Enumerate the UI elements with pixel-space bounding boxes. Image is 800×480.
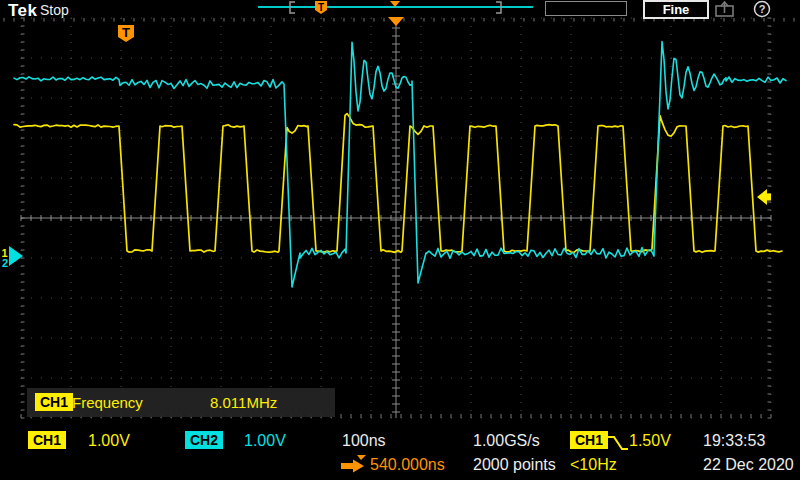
export-icon[interactable] [712,1,738,17]
sample-rate-readout: 1.00GS/s [473,432,540,450]
delay-readout: 540.000ns [370,456,445,474]
ch1-trace [14,114,782,253]
trigger-frequency-readout: <10Hz [570,456,617,474]
tek-logo: Tek [8,1,38,21]
ch2-badge[interactable]: CH2 [185,431,223,449]
timebase-readout: 100ns [342,432,386,450]
svg-text:T: T [122,25,130,40]
ch1-scale: 1.00V [88,432,130,450]
svg-text:T: T [318,2,324,13]
acquisition-status: Stop [40,2,69,18]
ch1-badge[interactable]: CH1 [28,431,66,449]
trigger-level-marker[interactable] [757,189,771,205]
oscilloscope-screen: TT12 Tek Stop Fine ? CH1 Frequency 8.011… [0,0,800,480]
ch2-ground-marker[interactable] [9,246,23,266]
trigger-level-readout: 1.50V [629,432,671,450]
svg-text:?: ? [759,3,766,15]
date-readout: 22 Dec 2020 [703,456,794,474]
clock-time: 19:33:53 [703,432,765,450]
svg-text:2: 2 [2,257,8,269]
ch2-scale: 1.00V [244,432,286,450]
measurement-source-badge: CH1 [35,393,73,411]
measurement-bar: CH1 Frequency 8.011MHz [27,388,335,417]
trigger-source-badge[interactable]: CH1 [570,431,608,449]
delay-arrow-icon [341,455,367,473]
falling-edge-icon [607,433,629,453]
horizontal-readout-box [545,1,627,16]
measurement-name: Frequency [72,394,143,411]
record-length-readout: 2000 points [473,456,556,474]
measurement-value: 8.011MHz [210,394,277,411]
help-icon[interactable]: ? [752,0,772,18]
fine-button[interactable]: Fine [643,0,709,19]
